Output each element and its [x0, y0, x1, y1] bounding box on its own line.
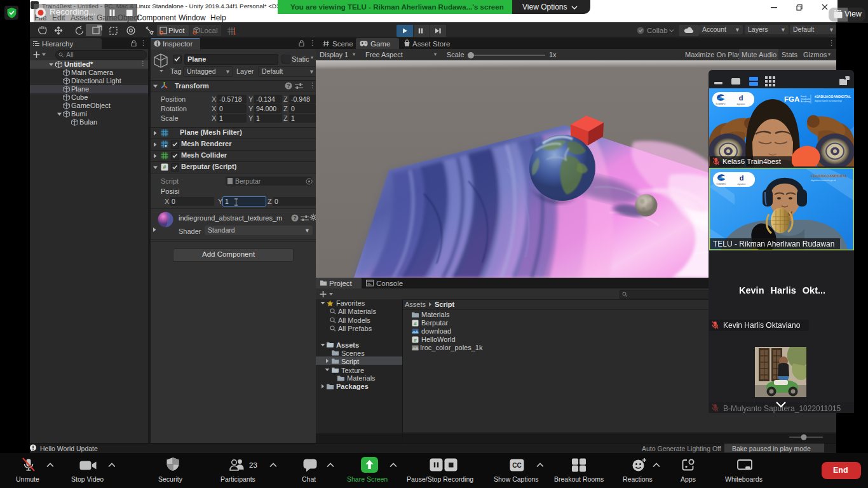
svg-text:digitalent.kominfo.go.id: digitalent.kominfo.go.id: [811, 179, 836, 182]
svg-text:KOMINFO: KOMINFO: [716, 103, 726, 105]
svg-text:?: ?: [287, 83, 290, 89]
svg-text:?: ?: [293, 215, 297, 221]
svg-text:#: #: [414, 337, 417, 343]
svg-text:CC: CC: [512, 462, 521, 469]
svg-text:Academy: Academy: [801, 100, 810, 103]
svg-text:d: d: [740, 174, 744, 182]
svg-text:digitalent: digitalent: [737, 103, 745, 105]
svg-text:digital talent scholarship: digital talent scholarship: [815, 99, 842, 102]
svg-text:KOMINFO: KOMINFO: [717, 183, 726, 186]
svg-text:TELU - Rikman Aherliwan Rudawa: TELU - Rikman Aherliwan Rudawan: [713, 240, 834, 248]
svg-text:#: #: [414, 321, 417, 327]
svg-text:digitalent: digitalent: [738, 183, 746, 186]
svg-text:#: #: [163, 164, 166, 170]
svg-text:Kelas6 Train4best: Kelas6 Train4best: [722, 158, 782, 165]
svg-text:#JADIJAGOANDIGITAL: #JADIJAGOANDIGITAL: [815, 95, 851, 98]
svg-text:#JADIJAGOANDIGITAL: #JADIJAGOANDIGITAL: [811, 174, 848, 178]
svg-text:FGA: FGA: [784, 95, 799, 103]
svg-text:d: d: [739, 94, 743, 102]
